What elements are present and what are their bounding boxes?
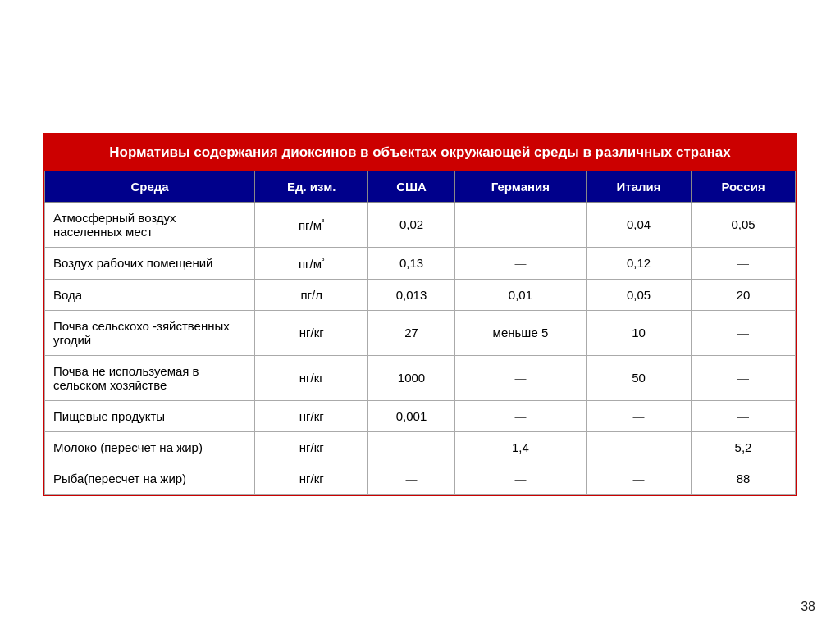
cell-environment: Рыба(пересчет на жир) xyxy=(45,463,255,494)
cell-unit: пг/л xyxy=(255,279,368,310)
cell-unit: пг/м³ xyxy=(255,202,368,247)
cell-italy: 0,12 xyxy=(586,247,691,279)
table-title: Нормативы содержания диоксинов в объекта… xyxy=(44,134,796,171)
table-row: Рыба(пересчет на жир)нг/кг———88 xyxy=(45,463,796,494)
cell-russia: 88 xyxy=(692,463,796,494)
cell-germany: 0,01 xyxy=(454,279,586,310)
page-container: Нормативы содержания диоксинов в объекта… xyxy=(26,116,814,513)
cell-usa: 0,001 xyxy=(368,400,455,431)
cell-russia: — xyxy=(692,247,796,279)
cell-usa: 1000 xyxy=(368,355,455,400)
cell-italy: 10 xyxy=(586,310,691,355)
cell-unit: нг/кг xyxy=(255,463,368,494)
cell-germany: — xyxy=(454,463,586,494)
cell-russia: — xyxy=(692,310,796,355)
main-table: Среда Ед. изм. США Германия Италия Росси… xyxy=(44,171,796,495)
cell-russia: 20 xyxy=(692,279,796,310)
cell-usa: 0,02 xyxy=(368,202,455,247)
cell-environment: Атмосферный воздух населенных мест xyxy=(45,202,255,247)
cell-usa: 0,013 xyxy=(368,279,455,310)
cell-unit: нг/кг xyxy=(255,310,368,355)
col-header-environment: Среда xyxy=(45,171,255,202)
cell-unit: пг/м³ xyxy=(255,247,368,279)
cell-italy: — xyxy=(586,431,691,463)
cell-germany: — xyxy=(454,355,586,400)
cell-unit: нг/кг xyxy=(255,355,368,400)
cell-italy: 50 xyxy=(586,355,691,400)
cell-germany: — xyxy=(454,247,586,279)
table-wrapper: Нормативы содержания диоксинов в объекта… xyxy=(43,133,797,496)
cell-usa: 0,13 xyxy=(368,247,455,279)
table-row: Атмосферный воздух населенных местпг/м³0… xyxy=(45,202,796,247)
cell-italy: 0,04 xyxy=(586,202,691,247)
cell-germany: — xyxy=(454,400,586,431)
cell-russia: — xyxy=(692,355,796,400)
col-header-germany: Германия xyxy=(454,171,586,202)
table-row: Молоко (пересчет на жир)нг/кг—1,4—5,2 xyxy=(45,431,796,463)
table-row: Пищевые продуктынг/кг0,001——— xyxy=(45,400,796,431)
cell-russia: 0,05 xyxy=(692,202,796,247)
cell-usa: 27 xyxy=(368,310,455,355)
cell-italy: 0,05 xyxy=(586,279,691,310)
cell-germany: — xyxy=(454,202,586,247)
cell-environment: Почва не используемая в сельском хозяйст… xyxy=(45,355,255,400)
cell-environment: Вода xyxy=(45,279,255,310)
cell-usa: — xyxy=(368,463,455,494)
cell-russia: 5,2 xyxy=(692,431,796,463)
cell-germany: меньше 5 xyxy=(454,310,586,355)
cell-italy: — xyxy=(586,463,691,494)
col-header-russia: Россия xyxy=(692,171,796,202)
cell-germany: 1,4 xyxy=(454,431,586,463)
table-row: Почва не используемая в сельском хозяйст… xyxy=(45,355,796,400)
cell-unit: нг/кг xyxy=(255,400,368,431)
cell-environment: Почва сельскохо -зяйственных угодий xyxy=(45,310,255,355)
cell-environment: Воздух рабочих помещений xyxy=(45,247,255,279)
cell-russia: — xyxy=(692,400,796,431)
col-header-italy: Италия xyxy=(586,171,691,202)
table-row: Воздух рабочих помещенийпг/м³0,13—0,12— xyxy=(45,247,796,279)
cell-usa: — xyxy=(368,431,455,463)
page-number: 38 xyxy=(801,599,815,614)
table-row: Почва сельскохо -зяйственных угодийнг/кг… xyxy=(45,310,796,355)
cell-unit: нг/кг xyxy=(255,431,368,463)
cell-environment: Молоко (пересчет на жир) xyxy=(45,431,255,463)
col-header-usa: США xyxy=(368,171,455,202)
cell-italy: — xyxy=(586,400,691,431)
col-header-unit: Ед. изм. xyxy=(255,171,368,202)
cell-environment: Пищевые продукты xyxy=(45,400,255,431)
table-row: Водапг/л0,0130,010,0520 xyxy=(45,279,796,310)
